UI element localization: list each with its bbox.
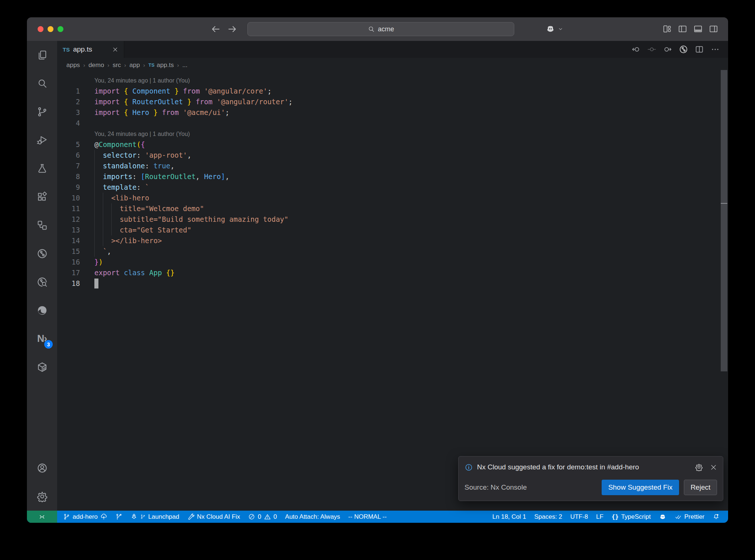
zoom-window-button[interactable]	[58, 26, 63, 32]
code-line[interactable]: template: `	[94, 182, 720, 193]
go-back-icon[interactable]	[211, 24, 221, 34]
code-line[interactable]: `,	[94, 246, 720, 257]
breadcrumb-separator: ›	[143, 62, 145, 68]
customize-layout-icon[interactable]	[662, 24, 672, 34]
activity-item-testing[interactable]	[27, 154, 57, 183]
code-line[interactable]	[94, 278, 720, 289]
line-number: 4	[57, 118, 80, 129]
status-item-launchpad[interactable]: Launchpad	[126, 511, 183, 523]
status-label: TypeScript	[621, 513, 651, 521]
code-line[interactable]: selector: 'app-root',	[94, 150, 720, 161]
code-row: 4	[57, 118, 720, 129]
activity-item-containers[interactable]	[27, 353, 57, 381]
activity-item-explorer[interactable]	[27, 41, 57, 69]
close-tab-icon[interactable]	[112, 46, 118, 53]
close-window-button[interactable]	[38, 26, 44, 32]
code-row: 12 subtitle="Build something amazing tod…	[57, 214, 720, 225]
status-item-language-mode[interactable]: {}TypeScript	[608, 511, 655, 523]
line-number: 10	[57, 193, 80, 203]
remote-icon	[38, 513, 46, 521]
toggle-primary-sidebar-icon[interactable]	[678, 24, 688, 34]
activity-item-source-control[interactable]	[27, 98, 57, 126]
code-line[interactable]: cta="Get Started"	[94, 225, 720, 235]
nav-back-icon[interactable]	[631, 45, 641, 54]
code-line[interactable]: import { Component } from '@angular/core…	[94, 86, 720, 97]
toggle-panel-icon[interactable]	[693, 24, 703, 34]
go-forward-icon[interactable]	[227, 24, 237, 34]
activity-item-gitlens[interactable]	[27, 239, 57, 268]
status-item-vim-mode[interactable]: -- NORMAL --	[344, 511, 391, 523]
commit-node-icon[interactable]	[647, 45, 657, 54]
code-line[interactable]: import { RouterOutlet } from '@angular/r…	[94, 97, 720, 107]
reject-button[interactable]: Reject	[684, 480, 717, 495]
code-line[interactable]: export class App {}	[94, 267, 720, 278]
chevron-down-icon[interactable]	[557, 26, 564, 32]
code-row: 14 ></lib-hero>	[57, 235, 720, 246]
activity-item-project-structure[interactable]	[27, 211, 57, 239]
code-line[interactable]: title="Welcmoe demo"	[94, 203, 720, 214]
activity-item-accounts[interactable]	[27, 454, 57, 482]
activity-item-settings[interactable]	[27, 482, 57, 511]
code-editor[interactable]: You, 24 minutes ago | 1 author (You)1imp…	[57, 72, 720, 511]
nav-forward-icon[interactable]	[663, 45, 672, 54]
minimize-window-button[interactable]	[48, 26, 53, 32]
line-number: 13	[57, 225, 80, 235]
activity-item-gitlens-inspect[interactable]	[27, 268, 57, 296]
breadcrumb-item-apps[interactable]: apps	[66, 62, 80, 69]
code-line[interactable]: standalone: true,	[94, 161, 720, 171]
activity-item-browser-preview[interactable]	[27, 296, 57, 325]
breadcrumb-item--[interactable]: ...	[182, 62, 187, 69]
status-item-formatter[interactable]: Prettier	[671, 511, 709, 523]
activity-item-extensions[interactable]	[27, 183, 57, 211]
copilot-icon	[659, 513, 667, 521]
code-line[interactable]: import { Hero } from '@acme/ui';	[94, 107, 720, 118]
git-blame-annotation[interactable]: You, 24 minutes ago | 1 author (You)	[94, 75, 190, 86]
command-center-search[interactable]: acme	[247, 22, 514, 36]
breadcrumb-item-src[interactable]: src	[112, 62, 121, 69]
code-line[interactable]: <lib-hero	[94, 193, 720, 203]
code-line[interactable]: imports: [RouterOutlet, Hero],	[94, 171, 720, 182]
more-actions-icon[interactable]	[710, 45, 720, 54]
status-item-nx-cloud-ai-fix[interactable]: Nx Cloud AI Fix	[183, 511, 244, 523]
code-line[interactable]: @Component({	[94, 139, 720, 150]
breadcrumb-separator: ›	[107, 62, 109, 68]
status-item-problems[interactable]: 00	[244, 511, 281, 523]
close-icon[interactable]	[710, 464, 717, 471]
status-label: Spaces: 2	[534, 513, 562, 521]
activity-item-nx-console[interactable]: N›3	[27, 325, 57, 353]
activity-item-search[interactable]	[27, 69, 57, 98]
search-icon	[36, 78, 48, 89]
code-line[interactable]: })	[94, 257, 720, 267]
code-line[interactable]: ></lib-hero>	[94, 235, 720, 246]
notification-body: Source: Nx Console Show Suggested Fix Re…	[459, 478, 723, 497]
code-row: 18	[57, 278, 720, 289]
copilot-menu[interactable]	[545, 24, 564, 34]
status-item-auto-attach[interactable]: Auto Attach: Always	[281, 511, 344, 523]
status-item-worktrees[interactable]	[111, 511, 126, 523]
breadcrumb-item-app-ts[interactable]: TSapp.ts	[148, 62, 174, 69]
line-number: 15	[57, 246, 80, 257]
status-item-indentation[interactable]: Spaces: 2	[530, 511, 566, 523]
breadcrumb-item-demo[interactable]: demo	[88, 62, 104, 69]
status-item-eol[interactable]: LF	[592, 511, 608, 523]
line-number: 11	[57, 203, 80, 214]
remote-indicator[interactable]	[27, 511, 57, 523]
code-line[interactable]: subtitle="Build something amazing today"	[94, 214, 720, 225]
status-item-copilot-status[interactable]	[655, 511, 671, 523]
scrollbar[interactable]	[721, 70, 727, 371]
status-item-branch[interactable]: add-hero	[59, 511, 111, 523]
code-line[interactable]	[94, 118, 720, 129]
status-item-notifications[interactable]	[709, 511, 724, 523]
git-blame-annotation[interactable]: You, 24 minutes ago | 1 author (You)	[94, 129, 190, 139]
activity-item-run-and-debug[interactable]	[27, 126, 57, 154]
status-item-cursor-position[interactable]: Ln 18, Col 1	[488, 511, 530, 523]
status-item-encoding[interactable]: UTF-8	[566, 511, 592, 523]
tab-app-ts[interactable]: TS app.ts	[57, 41, 124, 58]
structure-icon	[36, 220, 48, 231]
toggle-secondary-sidebar-icon[interactable]	[709, 24, 719, 34]
graph-icon[interactable]	[679, 45, 688, 54]
show-suggested-fix-button[interactable]: Show Suggested Fix	[602, 480, 679, 495]
breadcrumb-item-app[interactable]: app	[129, 62, 140, 69]
split-editor-icon[interactable]	[695, 45, 704, 54]
notification-settings-icon[interactable]	[695, 463, 703, 471]
